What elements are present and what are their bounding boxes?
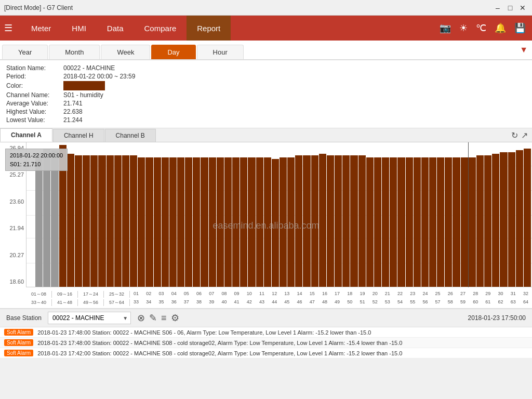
bar-24[interactable] [217, 157, 224, 287]
display-icon[interactable]: 💾 [512, 20, 528, 36]
camera-icon[interactable]: 📷 [437, 20, 453, 36]
sun-icon[interactable]: ☀ [457, 20, 470, 36]
bar-45[interactable] [382, 157, 389, 287]
bar-55[interactable] [461, 157, 468, 287]
bar-39[interactable] [335, 155, 342, 287]
bell-icon[interactable]: 🔔 [493, 20, 508, 36]
bar-57[interactable] [476, 155, 484, 287]
bar-16[interactable] [154, 157, 161, 287]
bar-50[interactable] [421, 157, 429, 287]
bar-46[interactable] [390, 157, 397, 287]
tab-scroll-arrow[interactable]: ▼ [520, 45, 528, 55]
bar-20[interactable] [185, 157, 192, 287]
bar-60[interactable] [500, 152, 507, 287]
bar-63[interactable] [524, 149, 531, 287]
tab-month[interactable]: Month [49, 45, 100, 59]
bar-35[interactable] [303, 155, 310, 287]
nav-compare[interactable]: Compare [134, 16, 187, 41]
tab-day[interactable]: Day [151, 45, 195, 59]
close-button[interactable]: ✕ [517, 3, 528, 13]
maximize-button[interactable]: □ [505, 3, 515, 13]
minimize-button[interactable]: – [493, 3, 503, 13]
bar-43[interactable] [366, 157, 374, 287]
tab-hour[interactable]: Hour [197, 45, 244, 59]
refresh-icon[interactable]: ↻ [511, 130, 518, 140]
bar-42[interactable] [358, 155, 366, 287]
bar-48[interactable] [406, 157, 413, 287]
nav-data[interactable]: Data [97, 16, 134, 41]
nav-meter[interactable]: Meter [21, 16, 61, 41]
bar-34[interactable] [295, 155, 302, 287]
x-hour-45: 45 [284, 299, 289, 306]
x-hour-14: 14 [297, 291, 302, 298]
bar-41[interactable] [350, 155, 357, 287]
bar-30[interactable] [264, 157, 271, 287]
station-select[interactable]: 00022 - MACHINE [48, 312, 131, 324]
bar-33[interactable] [287, 157, 295, 287]
bar-29[interactable] [256, 157, 263, 287]
x-hour-19: 19 [360, 291, 365, 298]
bar-6[interactable] [75, 155, 82, 287]
bar-47[interactable] [397, 157, 405, 287]
bar-8[interactable] [90, 155, 98, 287]
nav-hmi[interactable]: HMI [61, 16, 97, 41]
bar-7[interactable] [83, 155, 90, 287]
bar-28[interactable] [248, 157, 255, 287]
bar-53[interactable] [445, 157, 452, 287]
bar-62[interactable] [516, 150, 523, 287]
bar-9[interactable] [98, 155, 105, 287]
bar-61[interactable] [508, 152, 515, 287]
bar-15[interactable] [145, 157, 153, 287]
bar-23[interactable] [209, 157, 216, 287]
channel-tab-h[interactable]: Channel H [53, 129, 104, 142]
channel-tab-b[interactable]: Channel B [105, 129, 156, 142]
bar-40[interactable] [342, 155, 350, 287]
nav-report[interactable]: Report [187, 16, 231, 41]
temperature-icon[interactable]: ℃ [474, 20, 488, 36]
bar-38[interactable] [327, 155, 334, 287]
bar-37[interactable] [319, 154, 326, 287]
bar-26[interactable] [232, 157, 240, 287]
export-icon[interactable]: ↗ [521, 130, 528, 140]
stack-icon[interactable]: ≡ [161, 313, 167, 324]
bar-1[interactable] [35, 154, 43, 287]
bar-31[interactable] [272, 159, 279, 287]
bottom-datetime: 2018-01-23 17:50:00 [468, 314, 526, 322]
bar-36[interactable] [311, 155, 318, 287]
hamburger-icon[interactable]: ☰ [4, 22, 12, 34]
bar-5[interactable] [67, 154, 74, 287]
bar-18[interactable] [169, 157, 177, 287]
bar-21[interactable] [193, 157, 200, 287]
x-hour-5: 05 [184, 291, 189, 298]
bar-17[interactable] [162, 157, 169, 287]
nav-icon-group: 📷 ☀ ℃ 🔔 💾 [437, 20, 528, 36]
bar-25[interactable] [224, 157, 232, 287]
bar-49[interactable] [414, 157, 421, 287]
bar-14[interactable] [138, 157, 145, 287]
bar-54[interactable] [453, 157, 460, 287]
channel-tab-a[interactable]: Channel A [0, 128, 52, 142]
tab-year[interactable]: Year [2, 45, 48, 59]
x-hour-51: 51 [360, 299, 365, 306]
gear-icon[interactable]: ⚙ [171, 312, 179, 324]
tab-week[interactable]: Week [101, 45, 150, 59]
x-hour-13: 13 [284, 291, 289, 298]
bar-10[interactable] [107, 155, 114, 287]
bar-58[interactable] [484, 155, 491, 287]
bar-11[interactable] [114, 155, 122, 287]
bar-32[interactable] [280, 157, 287, 287]
bar-52[interactable] [437, 157, 444, 287]
y-label-3: 23.60 [2, 198, 24, 205]
pencil-icon[interactable]: ✎ [149, 312, 157, 324]
bar-44[interactable] [374, 157, 381, 287]
bar-13[interactable] [130, 155, 137, 287]
bar-56[interactable] [469, 157, 476, 287]
bar-22[interactable] [201, 157, 208, 287]
bar-51[interactable] [429, 157, 436, 287]
bar-12[interactable] [122, 155, 129, 287]
bar-59[interactable] [492, 154, 499, 287]
bar-19[interactable] [177, 157, 184, 287]
bar-27[interactable] [240, 157, 247, 287]
x-hour-34: 34 [146, 299, 151, 306]
circle-x-icon[interactable]: ⊗ [137, 312, 145, 324]
